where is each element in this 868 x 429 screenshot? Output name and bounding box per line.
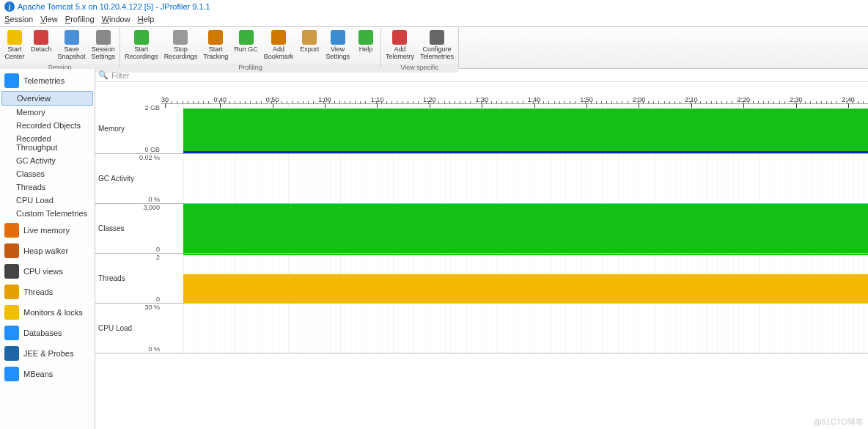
sidebar-item-classes[interactable]: Classes (0, 167, 95, 180)
toolbar-icon (96, 30, 111, 45)
sidebar-cat-heap-walker[interactable]: Heap walker (0, 241, 95, 261)
chart-row-threads[interactable]: Threads20 (95, 254, 868, 304)
chart-fill (183, 109, 868, 153)
toolbar-btn-label: Run GC (234, 46, 258, 54)
chart-label: CPU Load30 %0 % (95, 304, 161, 353)
toolbar-btn-configure-telemetries[interactable]: ConfigureTelemetries (417, 29, 457, 62)
chart-fill (183, 274, 868, 303)
sidebar-cat-threads[interactable]: Threads (0, 282, 95, 302)
chart-row-cpu-load[interactable]: CPU Load30 %0 % (95, 304, 868, 353)
y-max: 3,000 (97, 204, 160, 211)
toolbar-btn-start-tracking[interactable]: StartTracking (200, 29, 231, 62)
toolbar-icon (65, 30, 79, 45)
toolbar-icon (239, 30, 254, 45)
chart-row-memory[interactable]: Memory2 GB0 GB (95, 104, 868, 154)
chart-row-classes[interactable]: Classes3,0000 (95, 204, 868, 254)
y-max: 0.02 % (97, 154, 160, 161)
sidebar-cat-databases[interactable]: Databases (0, 323, 95, 343)
menu-session[interactable]: Session (4, 15, 33, 25)
toolbar-btn-export[interactable]: Export (296, 29, 323, 62)
content-area: 🔍 Filter 300:400:501:001:101:201:301:401… (95, 69, 868, 429)
sidebar-item-cpu-load[interactable]: CPU Load (0, 194, 95, 207)
sidebar-cat-mbeans[interactable]: MBeans (0, 364, 95, 384)
sidebar-item-overview[interactable]: Overview (1, 91, 93, 106)
toolbar-icon (358, 30, 373, 45)
toolbar-btn-label: SessionSettings (92, 46, 116, 61)
sidebar-cat-cpu-views[interactable]: CPU views (0, 261, 95, 282)
window-title: Apache Tomcat 5.x on 10.20.4.122 [5] - J… (18, 2, 210, 11)
y-min: 0 % (97, 196, 160, 203)
sidebar-cat-icon (4, 346, 19, 361)
y-max: 30 % (97, 304, 160, 311)
toolbar-icon (208, 30, 223, 45)
sidebar-cat-icon (4, 285, 19, 299)
toolbar: StartCenterDetachSaveSnapshotSessionSett… (0, 26, 868, 69)
chart-fill (183, 204, 868, 253)
toolbar-icon (331, 30, 345, 45)
toolbar-btn-label: Detach (31, 46, 52, 54)
time-ruler: 300:400:501:001:101:201:301:401:502:002:… (161, 82, 868, 104)
sidebar-cat-monitors-locks[interactable]: Monitors & locks (0, 302, 95, 323)
menu-window[interactable]: Window (102, 15, 130, 25)
y-max: 2 (97, 254, 160, 261)
toolbar-btn-run-gc[interactable]: Run GC (231, 29, 261, 62)
toolbar-icon (173, 30, 188, 45)
sidebar-item-custom-telemetries[interactable]: Custom Telemetries (0, 207, 95, 220)
chart-label: GC Activity0.02 %0 % (95, 154, 161, 203)
toolbar-group-profiling: StartRecordingsStopRecordingsStartTracki… (120, 27, 381, 68)
sidebar-item-recorded-objects[interactable]: Recorded Objects (0, 119, 95, 132)
sidebar-cat-telemetries[interactable]: Telemetries (0, 70, 95, 91)
chart-plot (161, 154, 868, 203)
sidebar-cat-icon (4, 264, 19, 279)
sidebar-item-memory[interactable]: Memory (0, 106, 95, 119)
toolbar-btn-label: AddBookmark (264, 46, 294, 61)
toolbar-btn-start-center[interactable]: StartCenter (1, 29, 28, 62)
sidebar-cat-label: Threads (23, 287, 53, 296)
toolbar-btn-label: ViewSettings (326, 46, 350, 61)
sidebar-item-recorded-throughput[interactable]: Recorded Throughput (0, 132, 95, 154)
toolbar-btn-label: StartRecordings (125, 46, 158, 61)
chart-label: Threads20 (95, 254, 161, 303)
toolbar-btn-start-recordings[interactable]: StartRecordings (122, 29, 161, 62)
sidebar-cat-icon (4, 367, 19, 381)
toolbar-btn-detach[interactable]: Detach (28, 29, 55, 62)
chart-plot (161, 104, 868, 153)
sidebar-cat-live-memory[interactable]: Live memory (0, 220, 95, 241)
filter-row: 🔍 Filter (95, 69, 868, 82)
sidebar-cat-label: Monitors & locks (23, 308, 83, 317)
toolbar-btn-label: AddTelemetry (386, 46, 414, 61)
menu-view[interactable]: View (40, 15, 58, 25)
toolbar-btn-label: Help (359, 46, 373, 54)
y-min: 0 (97, 296, 160, 303)
toolbar-icon (430, 30, 444, 45)
toolbar-btn-stop-recordings[interactable]: StopRecordings (161, 29, 201, 62)
chart-plot (161, 204, 868, 253)
menu-help[interactable]: Help (138, 15, 155, 25)
y-min: 0 GB (97, 146, 160, 153)
toolbar-btn-save-snapshot[interactable]: SaveSnapshot (55, 29, 89, 62)
search-icon: 🔍 (98, 70, 108, 80)
toolbar-btn-add-bookmark[interactable]: AddBookmark (261, 29, 297, 62)
toolbar-btn-help[interactable]: Help (353, 29, 379, 62)
sidebar-item-threads[interactable]: Threads (0, 180, 95, 194)
menu-profiling[interactable]: Profiling (65, 15, 95, 25)
toolbar-btn-add-telemetry[interactable]: AddTelemetry (383, 29, 417, 62)
toolbar-btn-label: StartCenter (4, 46, 24, 61)
toolbar-group-session: StartCenterDetachSaveSnapshotSessionSett… (0, 27, 120, 68)
toolbar-btn-label: StopRecordings (164, 46, 198, 61)
sidebar-cat-label: CPU views (23, 267, 63, 276)
sidebar-cat-label: Telemetries (23, 76, 65, 85)
toolbar-btn-view-settings[interactable]: ViewSettings (323, 29, 353, 62)
sidebar-item-gc-activity[interactable]: GC Activity (0, 154, 95, 167)
toolbar-btn-session-settings[interactable]: SessionSettings (89, 29, 119, 62)
filter-input[interactable]: Filter (111, 71, 129, 80)
sidebar-cat-icon (4, 326, 19, 340)
sidebar-cat-label: MBeans (23, 370, 53, 378)
chart-label: Classes3,0000 (95, 204, 161, 253)
sidebar-cat-icon (4, 305, 19, 320)
sidebar-cat-label: Databases (23, 329, 62, 337)
sidebar-cat-jee-probes[interactable]: JEE & Probes (0, 343, 95, 364)
y-min: 0 % (97, 345, 160, 353)
sidebar-cat-label: Live memory (23, 226, 70, 235)
chart-row-gc-activity[interactable]: GC Activity0.02 %0 % (95, 154, 868, 204)
